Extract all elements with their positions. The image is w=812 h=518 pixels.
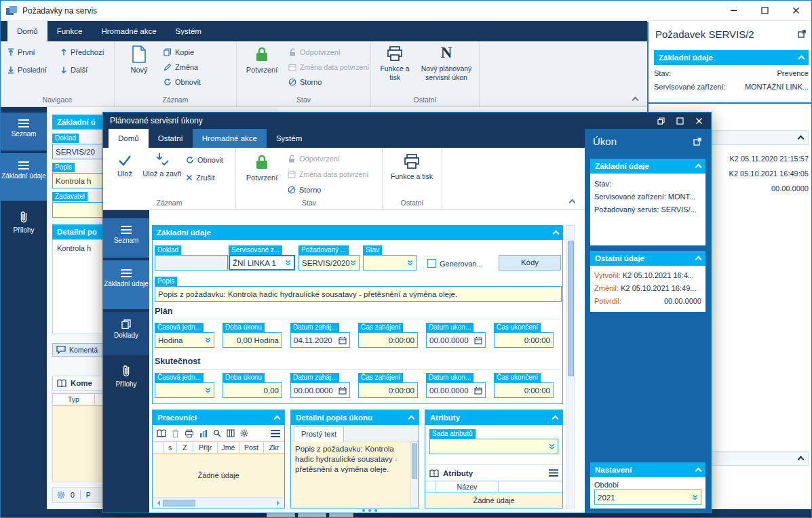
skut-datum-ukonceni-field[interactable]: 00.00.0000 <box>426 382 486 398</box>
dialog-zmena-data-button[interactable]: Změna data potvrzení <box>288 170 368 178</box>
dialog-storno-button[interactable]: Storno <box>288 186 321 194</box>
dialog-zrusit-button[interactable]: Zrušit <box>186 174 215 182</box>
uloz-a-zavri-button[interactable]: Ulož a zavři <box>142 152 182 178</box>
nastaveni-header[interactable]: Nastavení <box>590 462 705 477</box>
dialog-tab-ostatni[interactable]: Ostatní <box>149 129 193 148</box>
dialog-tab-system[interactable]: Systém <box>267 129 311 148</box>
open-external-icon[interactable] <box>693 138 701 146</box>
detailni-popis-header[interactable]: Detailní popis úkonu <box>291 410 419 425</box>
doklad-field[interactable] <box>155 255 228 271</box>
dialog-ribbon-collapse-icon[interactable] <box>569 199 576 206</box>
maximize-button[interactable] <box>749 1 780 20</box>
calendar-icon[interactable] <box>339 336 347 344</box>
scroll-left-icon[interactable] <box>155 500 160 506</box>
dialog-potvrzeni-button[interactable]: Potvrzení <box>243 153 281 182</box>
calendar-icon[interactable] <box>474 336 482 344</box>
print-icon[interactable] <box>185 429 194 438</box>
pracovnici-hscrollbar[interactable] <box>153 497 284 508</box>
dialog-tab-domu[interactable]: Domů <box>109 129 149 148</box>
prvni-button[interactable]: První <box>7 48 35 56</box>
funkce-a-tisk-button[interactable]: Funkce a tisk <box>375 45 414 82</box>
dialog-close-button[interactable] <box>689 113 708 129</box>
potvrzeni-button[interactable]: Potvrzení <box>242 45 282 75</box>
sidebar-item-seznam[interactable]: Seznam <box>1 113 47 151</box>
dropdown-icon[interactable] <box>285 260 291 266</box>
plan-datum-ukonceni-field[interactable]: 00.00.0000 <box>426 332 486 348</box>
dropdown-icon[interactable] <box>205 337 211 343</box>
open-external-icon[interactable] <box>798 30 806 38</box>
settings-gear-icon[interactable] <box>240 429 248 437</box>
col-nazev[interactable]: Název <box>436 481 499 492</box>
minimize-button[interactable] <box>718 1 749 20</box>
menu-icon[interactable] <box>549 469 558 477</box>
chart-icon[interactable] <box>199 429 208 437</box>
plan-cas-zahajeni-field[interactable]: 0:00:00 <box>358 332 418 348</box>
form-vscrollbar[interactable] <box>566 225 575 509</box>
skut-cas-zahajeni-field[interactable]: 0:00:00 <box>358 382 418 398</box>
popis-field[interactable]: Popis z požadavku: Kontrola hadic hydrau… <box>155 286 562 302</box>
columns-icon[interactable] <box>227 429 235 437</box>
dialog-obnovit-button[interactable]: Obnovit <box>186 156 223 164</box>
skut-doba-field[interactable]: 0,00 <box>223 382 282 398</box>
skut-cas-ukonceni-field[interactable]: 0:00:00 <box>494 382 554 398</box>
tab-funkce[interactable]: Funkce <box>47 21 92 41</box>
scroll-thumb[interactable] <box>412 443 417 479</box>
zmena-button[interactable]: Změna <box>163 63 198 71</box>
sidebar-item-prilohy[interactable]: Přílohy <box>1 203 47 243</box>
dialog-funkce-tisk-button[interactable]: Funkce a tisk <box>391 153 433 181</box>
tab-hromadne-akce[interactable]: Hromadné akce <box>92 21 166 41</box>
tab-system[interactable]: Systém <box>166 21 211 41</box>
tab-domu[interactable]: Domů <box>7 21 47 41</box>
dialog-sidebar-zakladni[interactable]: Základní údaje <box>103 260 149 309</box>
skut-casova-combo[interactable] <box>155 382 214 398</box>
kopie-button[interactable]: Kopie <box>163 48 194 56</box>
form-zakladni-header[interactable]: Základní údaje <box>152 225 563 240</box>
pozadovany-servis-combo[interactable]: SERVIS/2020 <box>298 255 360 271</box>
stav-combo[interactable] <box>363 255 417 271</box>
detail-vscrollbar[interactable] <box>410 441 419 508</box>
odpotvrzeni-button[interactable]: Odpotvrzení <box>288 48 341 56</box>
delete-icon[interactable] <box>172 429 179 438</box>
col-s[interactable]: s <box>163 442 177 453</box>
dialog-sidebar-seznam[interactable]: Seznam <box>103 218 149 258</box>
col-jmeno[interactable]: Jmé <box>218 442 239 453</box>
dialog-titlebar[interactable]: Plánované servisní úkony <box>103 113 711 129</box>
dialog-odpotvrzeni-button[interactable]: Odpotvrzení <box>288 155 340 163</box>
calendar-icon[interactable] <box>339 386 347 395</box>
ukon-ostatni-header[interactable]: Ostatní údaje <box>590 251 705 266</box>
search-icon[interactable] <box>213 429 221 437</box>
atributy-header[interactable]: Atributy <box>425 410 562 425</box>
storno-button[interactable]: Storno <box>288 78 322 86</box>
skut-datum-zahajeni-field[interactable]: 00.00.0000 <box>290 382 350 398</box>
gear-icon[interactable] <box>57 491 65 499</box>
calendar-icon[interactable] <box>474 386 482 395</box>
dialog-sidebar-doklady[interactable]: Doklady <box>103 312 149 355</box>
dropdown-icon[interactable] <box>350 260 356 266</box>
scroll-right-icon[interactable] <box>277 500 282 506</box>
pracovnici-header[interactable]: Pracovníci <box>153 410 284 425</box>
scroll-thumb[interactable] <box>568 241 574 376</box>
generovan-checkbox[interactable] <box>427 259 436 268</box>
dialog-tab-hromadne-akce[interactable]: Hromadné akce <box>193 129 267 148</box>
predchozi-button[interactable]: Předchozí <box>60 48 104 56</box>
col-prijmeni[interactable]: Příjr <box>193 442 218 453</box>
novy-planovany-ukon-button[interactable]: N Nový plánovaný servisní úkon <box>417 44 476 82</box>
col-z[interactable]: Z <box>177 442 193 453</box>
sada-atributu-combo[interactable] <box>429 439 558 454</box>
zmena-data-potvrzeni-button[interactable]: Změna data potvrzení <box>288 63 369 71</box>
tab-prosty-text[interactable]: Prostý text <box>294 426 344 441</box>
dialog-restore-button[interactable] <box>651 113 670 129</box>
plan-datum-zahajeni-field[interactable]: 04.11.2020 <box>290 332 350 348</box>
dropdown-icon[interactable] <box>407 260 413 266</box>
dropdown-icon[interactable] <box>205 387 211 393</box>
dalsi-button[interactable]: Další <box>60 66 88 74</box>
dropdown-icon[interactable] <box>549 443 555 450</box>
dialog-maximize-button[interactable] <box>670 113 689 129</box>
splitter-handle[interactable] <box>362 509 377 512</box>
obdobi-combo[interactable]: 2021 <box>594 490 701 505</box>
plan-doba-field[interactable]: 0,00 Hodina <box>223 332 282 348</box>
dialog-sidebar-prilohy[interactable]: Přílohy <box>103 358 149 397</box>
pane-splitter[interactable] <box>649 102 812 104</box>
menu-icon[interactable] <box>271 430 280 437</box>
kody-button[interactable]: Kódy <box>499 255 561 271</box>
